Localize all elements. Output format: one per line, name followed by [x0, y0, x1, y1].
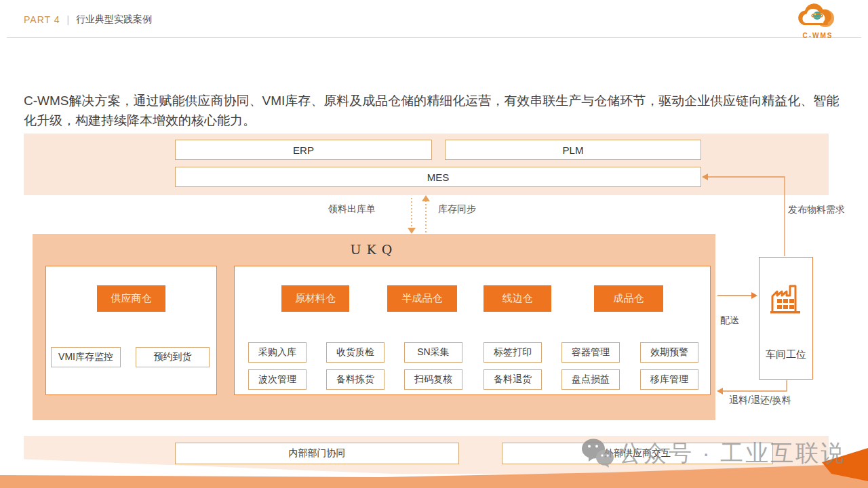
- cloud-logo-icon: [794, 21, 842, 33]
- internal-collaboration-box: 内部部门协同: [175, 443, 459, 464]
- module-wave-mgmt: 波次管理: [248, 369, 307, 390]
- module-material-return: 备料退货: [484, 369, 542, 390]
- flow-label-publish: 发布物料需求: [788, 203, 845, 218]
- page-title: 行业典型实践案例: [76, 14, 152, 26]
- header-part-label: PART 4: [24, 14, 60, 25]
- brand-logo: C-WMS: [792, 2, 844, 39]
- module-sn-collection: SN采集: [404, 342, 462, 363]
- factory-icon: [769, 283, 803, 319]
- raw-material-warehouse-button: 原材料仓: [281, 285, 349, 312]
- header-divider: |: [66, 14, 69, 25]
- line-side-warehouse-button: 线边仓: [484, 285, 551, 312]
- module-expiry-warning: 效期预警: [640, 342, 698, 363]
- watermark-text: 公众号 · 工业互联说: [618, 438, 846, 469]
- module-container-mgmt: 容器管理: [561, 342, 620, 363]
- systems-band: ERP PLM MES: [24, 134, 829, 195]
- semi-finished-warehouse-button: 半成品仓: [387, 285, 457, 312]
- ukq-container: UKQ 供应商仓 VMI库存监控 预约到货 原材料仓 半成品仓 线边仓 成品仓 …: [33, 234, 715, 420]
- slide: PART 4 | 行业典型实践案例 C-WMS C-WMS解决方案，通过赋能供应…: [0, 0, 868, 488]
- flow-label-outbound: 领料出库单: [328, 203, 376, 216]
- ukq-title: UKQ: [33, 242, 715, 257]
- header-rule: [7, 37, 861, 38]
- module-transfer-mgmt: 移库管理: [640, 369, 698, 390]
- module-receiving-qc: 收货质检: [326, 342, 384, 363]
- warehouse-panel: 原材料仓 半成品仓 线边仓 成品仓 采购入库 收货质检 SN采集 标签打印 容器…: [234, 266, 711, 395]
- flow-label-sync: 库存同步: [438, 203, 476, 216]
- supplier-warehouse-button: 供应商仓: [97, 285, 165, 312]
- erp-box: ERP: [175, 140, 432, 160]
- flow-label-delivery: 配送: [720, 314, 739, 327]
- module-inventory-pnl: 盘点损益: [561, 369, 620, 390]
- header: PART 4 | 行业典型实践案例: [24, 14, 152, 26]
- finished-goods-warehouse-button: 成品仓: [594, 285, 663, 312]
- intro-text: C-WMS解决方案，通过赋能供应商协同、VMI库存、原料及成品仓储的精细化运营，…: [24, 91, 847, 131]
- workshop-station-box: 车间工位: [759, 257, 813, 380]
- brand-name: C-WMS: [792, 32, 844, 39]
- module-appointment-arrival: 预约到货: [136, 347, 210, 367]
- plm-box: PLM: [445, 140, 701, 160]
- module-material-picking: 备料拣货: [326, 369, 384, 390]
- workshop-station-label: 车间工位: [760, 348, 812, 361]
- flow-label-returns: 退料/退还/换料: [729, 394, 791, 407]
- supplier-panel: 供应商仓 VMI库存监控 预约到货: [45, 266, 217, 395]
- module-vmi-monitor: VMI库存监控: [51, 347, 121, 367]
- mes-box: MES: [175, 167, 701, 187]
- wechat-icon: [580, 438, 614, 472]
- module-scan-verify: 扫码复核: [404, 369, 462, 390]
- module-label-printing: 标签打印: [484, 342, 542, 363]
- module-purchase-inbound: 采购入库: [248, 342, 307, 363]
